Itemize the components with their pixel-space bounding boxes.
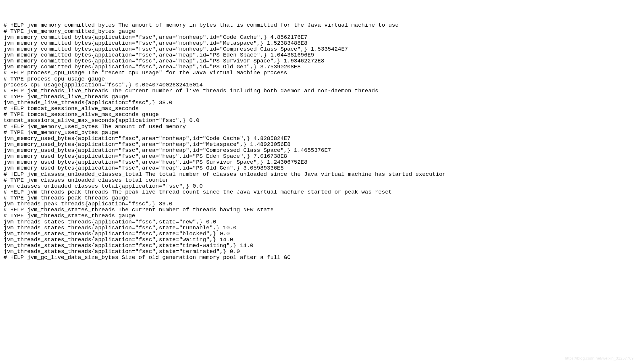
metrics-line: # HELP jvm_classes_unloaded_classes_tota… [4,171,635,177]
metrics-line: jvm_memory_used_bytes{application="fssc"… [4,141,635,147]
metrics-line: jvm_memory_committed_bytes{application="… [4,58,635,64]
metrics-line: # HELP process_cpu_usage The "recent cpu… [4,70,635,76]
metrics-line: process_cpu_usage{application="fssc",} 0… [4,82,635,88]
metrics-line: # HELP jvm_memory_used_bytes The amount … [4,124,635,130]
metrics-line: jvm_threads_states_threads{application="… [4,249,635,255]
metrics-line: jvm_memory_committed_bytes{application="… [4,40,635,46]
metrics-line: jvm_threads_states_threads{application="… [4,219,635,225]
metrics-line: jvm_threads_states_threads{application="… [4,237,635,243]
metrics-line: # TYPE jvm_threads_peak_threads gauge [4,195,635,201]
metrics-line: jvm_threads_states_threads{application="… [4,225,635,231]
metrics-line: # TYPE process_cpu_usage gauge [4,76,635,82]
metrics-line: # TYPE jvm_threads_states_threads gauge [4,213,635,219]
metrics-line: jvm_threads_states_threads{application="… [4,231,635,237]
metrics-line: # TYPE jvm_memory_committed_bytes gauge [4,28,635,34]
metrics-line: # HELP jvm_threads_live_threads The curr… [4,88,635,94]
metrics-line: jvm_classes_unloaded_classes_total{appli… [4,183,635,189]
metrics-line: # HELP tomcat_sessions_alive_max_seconds [4,106,635,112]
metrics-line: # HELP jvm_gc_live_data_size_bytes Size … [4,255,635,260]
metrics-line: jvm_memory_used_bytes{application="fssc"… [4,136,635,141]
metrics-line: jvm_threads_states_threads{application="… [4,243,635,249]
prometheus-metrics-output: # HELP jvm_memory_committed_bytes The am… [4,22,635,260]
metrics-line: # HELP jvm_memory_committed_bytes The am… [4,22,635,28]
metrics-line: tomcat_sessions_alive_max_seconds{applic… [4,117,635,123]
metrics-line: jvm_memory_committed_bytes{application="… [4,64,635,70]
metrics-line: # TYPE tomcat_sessions_alive_max_seconds… [4,112,635,117]
metrics-line: jvm_memory_committed_bytes{application="… [4,46,635,52]
metrics-line: jvm_memory_used_bytes{application="fssc"… [4,165,635,171]
metrics-line: # TYPE jvm_memory_used_bytes gauge [4,130,635,136]
metrics-line: jvm_memory_committed_bytes{application="… [4,34,635,40]
metrics-line: jvm_memory_committed_bytes{application="… [4,52,635,58]
metrics-line: # HELP jvm_threads_peak_threads The peak… [4,189,635,195]
metrics-line: jvm_memory_used_bytes{application="fssc"… [4,153,635,159]
metrics-line: jvm_threads_peak_threads{application="fs… [4,201,635,207]
metrics-line: # TYPE jvm_classes_unloaded_classes_tota… [4,177,635,183]
metrics-line: jvm_memory_used_bytes{application="fssc"… [4,159,635,165]
metrics-line: # TYPE jvm_threads_live_threads gauge [4,94,635,100]
metrics-line: jvm_threads_live_threads{application="fs… [4,100,635,106]
metrics-line: jvm_memory_used_bytes{application="fssc"… [4,147,635,153]
metrics-line: # HELP jvm_threads_states_threads The cu… [4,207,635,213]
